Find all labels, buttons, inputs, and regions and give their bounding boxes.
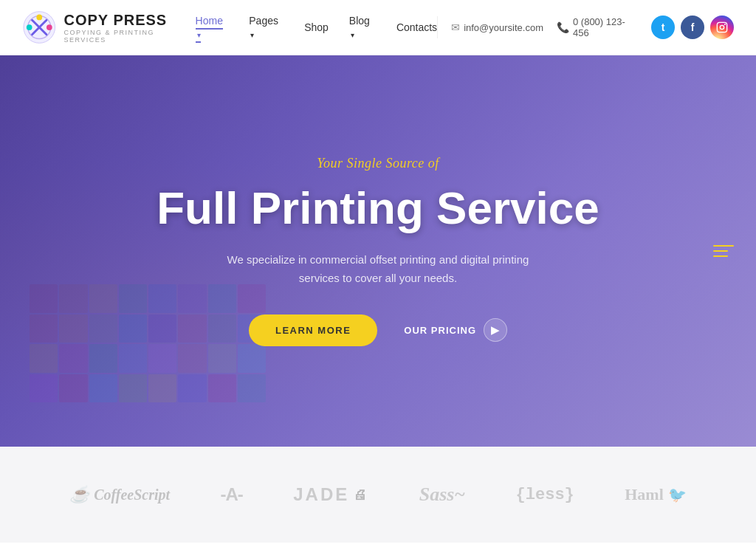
phone-icon: 📞 [557, 21, 569, 33]
nav-item-pages[interactable]: Pages ▾ [249, 14, 284, 41]
twitter-button[interactable]: t [651, 16, 675, 39]
hero-description: We specialize in commercial offset print… [208, 250, 548, 288]
svg-point-5 [47, 24, 52, 30]
coffeescript-icon: ☕ [69, 485, 89, 504]
hero-actions: LEARN MORE OUR PRICING ▶ [157, 314, 599, 346]
header: COPY PRESS COPYING & PRINTING SERVICES H… [0, 0, 756, 55]
hero-content: Your Single Source of Full Printing Serv… [142, 156, 614, 346]
hamburger-line-1 [713, 245, 734, 247]
svg-point-8 [720, 25, 724, 29]
haml-icon: 🐦 [668, 486, 687, 503]
brand-less: {less} [516, 486, 574, 504]
svg-point-6 [27, 24, 32, 30]
brand-angular: -A- [221, 484, 243, 505]
pricing-label: OUR PRICING [404, 325, 476, 336]
logo-text-wrap: COPY PRESS COPYING & PRINTING SERVICES [64, 12, 196, 44]
instagram-button[interactable] [710, 16, 734, 39]
phone-contact: 📞 0 (800) 123-456 [557, 16, 632, 38]
social-icons: t f [651, 16, 734, 39]
brands-section: ☕ CoffeeScript -A- JADE 🖨 Sass~ {less} H… [0, 447, 756, 543]
logo-area: COPY PRESS COPYING & PRINTING SERVICES [22, 10, 196, 45]
logo-subtitle: COPYING & PRINTING SERVICES [64, 29, 196, 44]
brand-haml: Haml 🐦 [625, 485, 687, 504]
email-contact: ✉ info@yoursite.com [451, 21, 543, 33]
nav-link-pages[interactable]: Pages ▾ [249, 15, 278, 40]
haml-label: Haml [625, 485, 664, 504]
nav-item-contacts[interactable]: Contacts [396, 21, 437, 34]
coffeescript-label: CoffeeScript [94, 487, 170, 503]
svg-point-9 [724, 24, 726, 25]
header-right: ✉ info@yoursite.com 📞 0 (800) 123-456 t … [437, 16, 734, 39]
brand-coffeescript: ☕ CoffeeScript [69, 485, 170, 504]
learn-more-button[interactable]: LEARN MORE [249, 314, 377, 346]
brand-jade: JADE 🖨 [293, 484, 368, 505]
phone-text: 0 (800) 123-456 [573, 16, 632, 38]
hamburger-line-3 [713, 255, 728, 257]
pricing-button[interactable]: OUR PRICING ▶ [404, 318, 507, 342]
hamburger-menu[interactable] [713, 245, 734, 257]
nav-item-blog[interactable]: Blog ▾ [349, 14, 376, 41]
facebook-button[interactable]: f [681, 16, 704, 39]
sass-label: Sass~ [419, 484, 466, 506]
jade-icon: 🖨 [354, 487, 368, 503]
hero-subtitle: Your Single Source of [157, 156, 599, 171]
nav-link-contacts[interactable]: Contacts [396, 21, 437, 33]
nav-item-shop[interactable]: Shop [304, 21, 329, 34]
nav-links: Home ▾ Pages ▾ Shop Blog ▾ Contacts [196, 14, 438, 41]
hamburger-line-2 [713, 250, 728, 252]
hero-title: Full Printing Service [157, 183, 599, 233]
hero-section: Your Single Source of Full Printing Serv… [0, 55, 756, 447]
svg-point-4 [36, 15, 42, 21]
nav-link-blog[interactable]: Blog ▾ [349, 15, 370, 40]
main-nav: Home ▾ Pages ▾ Shop Blog ▾ Contacts [196, 14, 438, 41]
jade-label: JADE [293, 484, 349, 505]
angular-label: -A- [221, 484, 243, 505]
logo-icon [22, 10, 57, 45]
nav-item-home[interactable]: Home ▾ [196, 14, 229, 41]
pricing-arrow-icon: ▶ [484, 318, 507, 342]
email-text: info@yoursite.com [464, 22, 543, 33]
logo-title: COPY PRESS [64, 12, 196, 29]
email-icon: ✉ [451, 21, 460, 33]
less-label: {less} [516, 486, 574, 504]
brand-sass: Sass~ [419, 484, 466, 506]
nav-link-home[interactable]: Home ▾ [196, 15, 223, 43]
contact-info: ✉ info@yoursite.com 📞 0 (800) 123-456 [437, 16, 632, 38]
nav-link-shop[interactable]: Shop [304, 21, 329, 33]
